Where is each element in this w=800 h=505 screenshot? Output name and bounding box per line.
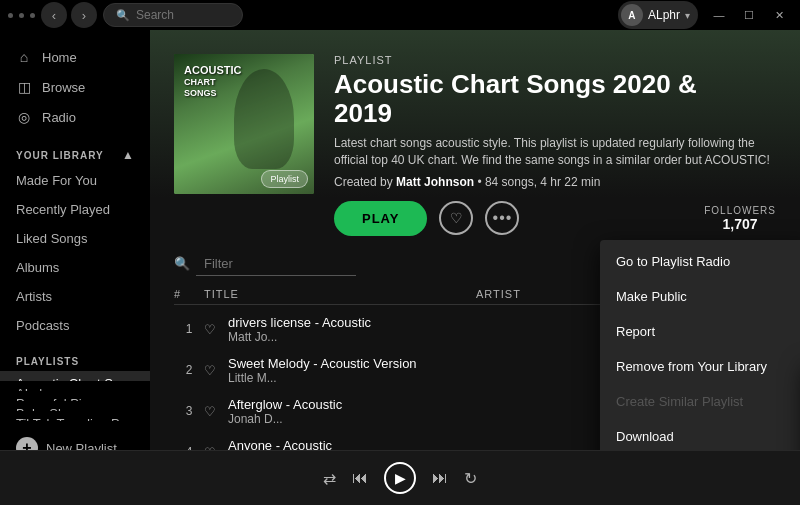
dot3 [30,13,35,18]
search-bar[interactable]: 🔍 [103,3,243,27]
back-button[interactable]: ‹ [41,2,67,28]
followers-count: 1,707 [704,216,776,232]
dot1 [8,13,13,18]
track-heart-icon[interactable]: ♡ [204,404,216,419]
track-heart-icon[interactable]: ♡ [204,445,216,450]
sidebar-item-podcasts[interactable]: Podcasts [0,311,150,340]
playlist-creator-link[interactable]: Matt Johnson [396,175,474,189]
shuffle-button[interactable]: ⇄ [323,469,336,488]
title-bar: ‹ › 🔍 A ALphr ▾ — ☐ ✕ [0,0,800,30]
sidebar-item-made-for-you[interactable]: Made For You [0,166,150,195]
playlist-info: PLAYLIST Acoustic Chart Songs 2020 & 201… [334,54,776,236]
track-artist: Jonah D... [228,412,342,426]
remove-library-label: Remove from Your Library [616,359,767,374]
sidebar-item-label: Liked Songs [16,231,88,246]
sidebar-playlist-baby-sleep[interactable]: Baby Sleep [0,401,150,411]
user-menu[interactable]: A ALphr ▾ [618,1,698,29]
more-options-button[interactable]: ••• [485,201,519,235]
make-public-label: Make Public [616,289,687,304]
radio-icon: ◎ [16,109,32,125]
sidebar-nav: ⌂ Home ◫ Browse ◎ Radio [0,38,150,136]
sidebar-item-label: Recently Played [16,202,110,217]
track-title: drivers license - Acoustic [228,315,371,330]
play-pause-button[interactable]: ▶ [384,462,416,494]
track-heart-icon[interactable]: ♡ [204,322,216,337]
context-menu-item-make-public[interactable]: Make Public [600,279,800,314]
repeat-button[interactable]: ↻ [464,469,477,488]
track-title: Anyone - Acoustic [228,438,332,450]
minimize-button[interactable]: — [706,5,732,25]
heart-button[interactable]: ♡ [439,201,473,235]
sidebar-item-radio[interactable]: ◎ Radio [0,102,150,132]
sidebar-playlist-acoustic-chart[interactable]: Acoustic Chart So... [0,371,150,381]
playlist-overlay-button[interactable]: Playlist [261,170,308,188]
maximize-button[interactable]: ☐ [736,5,762,25]
followers-label: FOLLOWERS [704,205,776,216]
sidebar-item-label: Podcasts [16,318,69,333]
report-label: Report [616,324,655,339]
context-menu: Go to Playlist Radio Make Public Report … [600,240,800,450]
context-menu-item-download[interactable]: Download [600,419,800,450]
sidebar-item-browse[interactable]: ◫ Browse [0,72,150,102]
track-title-cell: ♡ Sweet Melody - Acoustic VersionLittle … [204,356,476,385]
context-menu-item-goto-radio[interactable]: Go to Playlist Radio [600,244,800,279]
album-art: ACOUSTICCHARTSONGS Playlist [174,54,314,194]
track-title-cell: ♡ drivers license - AcousticMatt Jo... [204,315,476,344]
album-art-image: ACOUSTICCHARTSONGS Playlist [174,54,314,194]
track-title: Afterglow - Acoustic [228,397,342,412]
sidebar-playlist-peaceful-piano[interactable]: Peaceful Piano [0,391,150,401]
playlist-description: Latest chart songs acoustic style. This … [334,135,776,169]
playlist-type-label: PLAYLIST [334,54,776,66]
filter-input[interactable] [196,252,356,276]
goto-radio-label: Go to Playlist Radio [616,254,730,269]
playlist-meta: Created by Matt Johnson • 84 songs, 4 hr… [334,175,776,189]
sidebar-playlist-tiktok[interactable]: TikTok Trending Ph... [0,411,150,421]
track-title-cell: ♡ Afterglow - AcousticJonah D... [204,397,476,426]
context-menu-item-remove-library[interactable]: Remove from Your Library [600,349,800,384]
dot2 [19,13,24,18]
play-button[interactable]: PLAY [334,201,427,236]
sidebar-item-liked-songs[interactable]: Liked Songs [0,224,150,253]
album-art-text: ACOUSTICCHARTSONGS [184,64,241,99]
title-bar-left: ‹ › 🔍 [8,2,243,28]
browse-icon: ◫ [16,79,32,95]
new-playlist-label: New Playlist [46,441,117,451]
previous-button[interactable]: ⏮ [352,469,368,487]
track-number: 4 [174,445,204,450]
bottom-player: ⇄ ⏮ ▶ ⏭ ↻ [0,450,800,505]
track-title: Sweet Melody - Acoustic Version [228,356,417,371]
track-artist: Little M... [228,371,417,385]
context-menu-item-report[interactable]: Report [600,314,800,349]
followers-badge: FOLLOWERS 1,707 [704,205,776,232]
sidebar-item-artists[interactable]: Artists [0,282,150,311]
playlists-section-title: PLAYLISTS [0,348,150,371]
sidebar-item-home[interactable]: ⌂ Home [0,42,150,72]
track-number: 1 [174,322,204,336]
track-number: 2 [174,363,204,377]
library-title: YOUR LIBRARY [16,150,104,161]
search-input[interactable] [136,8,230,22]
main-layout: ⌂ Home ◫ Browse ◎ Radio YOUR LIBRARY ▲ M… [0,30,800,450]
track-title-cell: ♡ Anyone - AcousticJae Ha... [204,438,476,450]
sidebar-item-label: Albums [16,260,59,275]
forward-button[interactable]: › [71,2,97,28]
sidebar-item-albums[interactable]: Albums [0,253,150,282]
sidebar-playlist-alphr[interactable]: ALphr [0,381,150,391]
track-heart-icon[interactable]: ♡ [204,363,216,378]
sidebar-item-label: Made For You [16,173,97,188]
sidebar-item-recently-played[interactable]: Recently Played [0,195,150,224]
new-playlist-button[interactable]: + New Playlist [0,429,150,450]
create-similar-label: Create Similar Playlist [616,394,743,409]
chevron-down-icon: ▾ [685,10,690,21]
search-icon: 🔍 [116,9,130,22]
track-number: 3 [174,404,204,418]
playlist-title: Acoustic Chart Songs 2020 & 2019 [334,70,776,127]
player-controls: ⇄ ⏮ ▶ ⏭ ↻ [272,462,528,494]
home-icon: ⌂ [16,49,32,65]
sidebar-item-label: Home [42,50,77,65]
filter-icon: 🔍 [174,256,190,271]
library-header: YOUR LIBRARY ▲ [0,144,150,166]
next-button[interactable]: ⏭ [432,469,448,487]
close-button[interactable]: ✕ [766,5,792,25]
library-collapse-button[interactable]: ▲ [122,148,134,162]
